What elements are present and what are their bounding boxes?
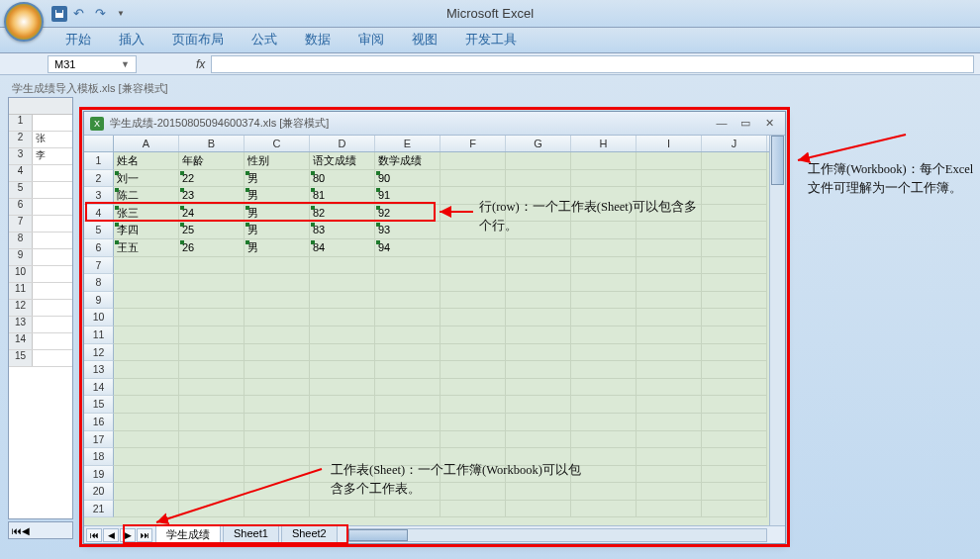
cell[interactable] [571,501,637,518]
cell[interactable] [506,257,571,275]
select-all-corner[interactable] [84,136,114,151]
row-header[interactable]: 19 [84,466,114,484]
cell[interactable] [506,379,571,397]
cell[interactable] [637,466,702,484]
column-header-E[interactable]: E [375,136,441,151]
cell[interactable]: 男 [245,170,310,188]
cell[interactable] [702,309,767,326]
cell[interactable] [506,292,571,310]
cell[interactable] [702,379,767,397]
cell[interactable] [245,448,310,466]
cell[interactable] [310,414,375,431]
cell[interactable]: 23 [179,187,245,205]
cell[interactable] [375,326,441,344]
cell[interactable] [179,309,245,326]
row-header[interactable]: 6 [84,239,114,257]
column-header-G[interactable]: G [506,136,571,151]
cell[interactable] [375,344,441,362]
cell[interactable] [571,326,637,344]
cell[interactable] [310,274,375,292]
cell[interactable]: 男 [245,187,310,205]
cell[interactable] [114,326,179,344]
fx-label[interactable]: fx [196,57,205,71]
cell[interactable] [702,170,767,188]
cell[interactable] [506,152,571,170]
cell[interactable] [702,205,767,223]
cell[interactable] [441,170,506,188]
row-header[interactable]: 9 [84,292,114,310]
cell[interactable] [441,309,506,326]
nav-first-icon[interactable]: ⏮ [12,525,22,536]
cell[interactable] [571,292,637,310]
cell[interactable] [702,466,767,484]
cell[interactable] [571,170,637,188]
column-header-D[interactable]: D [310,136,375,151]
row-header[interactable]: 8 [84,274,114,292]
cell[interactable] [637,239,702,257]
cell[interactable]: 81 [310,187,375,205]
row-header[interactable]: 13 [84,361,114,379]
cell[interactable] [245,257,310,275]
cell[interactable] [506,396,571,414]
sheet-nav-btn-1[interactable]: ◀ [103,528,119,542]
cell[interactable]: 男 [245,205,310,223]
cell[interactable] [441,379,506,397]
cell[interactable] [702,483,767,501]
cell[interactable] [637,379,702,397]
row-header[interactable]: 20 [84,483,114,501]
cell[interactable] [375,257,441,275]
cell[interactable] [702,222,767,239]
cell[interactable] [441,274,506,292]
ribbon-tab-5[interactable]: 审阅 [344,28,398,52]
cell[interactable]: 26 [179,239,245,257]
cell[interactable] [375,292,441,310]
cell[interactable]: 男 [245,239,310,257]
cell[interactable] [375,274,441,292]
cell[interactable] [310,344,375,362]
cell[interactable] [114,396,179,414]
row-header[interactable]: 16 [84,414,114,431]
cell[interactable] [637,431,702,449]
cell[interactable] [114,257,179,275]
row-header[interactable]: 12 [84,344,114,362]
cell[interactable] [310,501,375,518]
cell[interactable] [114,448,179,466]
save-icon[interactable] [51,6,67,22]
cell[interactable] [245,361,310,379]
cell[interactable] [571,396,637,414]
cell[interactable]: 93 [375,222,441,239]
cell[interactable] [310,309,375,326]
cell[interactable] [441,361,506,379]
row-header[interactable]: 11 [84,326,114,344]
cell[interactable] [441,326,506,344]
nav-prev-icon[interactable]: ◀ [22,525,30,536]
cell[interactable] [702,257,767,275]
cell[interactable] [637,501,702,518]
cell[interactable] [637,326,702,344]
cell[interactable]: 李四 [114,222,179,239]
cell[interactable] [571,431,637,449]
cell[interactable] [310,326,375,344]
cell[interactable] [506,431,571,449]
cell[interactable] [702,501,767,518]
row-header[interactable]: 4 [84,205,114,223]
cell[interactable] [375,309,441,326]
cell[interactable] [506,414,571,431]
cell[interactable] [245,292,310,310]
cell[interactable] [441,344,506,362]
cell[interactable] [506,274,571,292]
cell[interactable] [245,396,310,414]
cell[interactable]: 80 [310,170,375,188]
cell[interactable] [441,396,506,414]
cell[interactable] [571,344,637,362]
row-header[interactable]: 7 [84,257,114,275]
cell[interactable]: 性别 [245,152,310,170]
cell[interactable] [637,170,702,188]
cell[interactable]: 男 [245,222,310,239]
cell[interactable] [245,309,310,326]
cell[interactable] [179,257,245,275]
cell[interactable] [179,501,245,518]
cell[interactable] [310,361,375,379]
cell[interactable] [245,379,310,397]
cell[interactable] [310,431,375,449]
